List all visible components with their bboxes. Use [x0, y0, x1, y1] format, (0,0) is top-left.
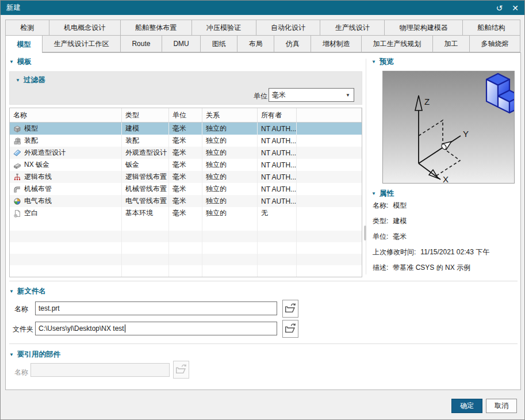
model-icon [13, 125, 21, 133]
tab-row1-4[interactable]: 自动化设计 [256, 20, 321, 36]
cell-units: 毫米 [169, 207, 202, 219]
property-row: 名称:模型 [373, 200, 516, 211]
cell-empty [122, 242, 169, 254]
cell-empty [258, 231, 297, 242]
table-row[interactable]: 模型建模毫米独立的NT AUTH... [10, 123, 362, 135]
tab-row2-0[interactable]: 模型 [5, 35, 43, 53]
cell-name: NX 钣金 [10, 159, 122, 171]
cell-spacer [297, 147, 362, 159]
table-empty-row [10, 231, 362, 242]
cell-relationship: 独立的 [202, 171, 258, 183]
template-name: 电气布线 [24, 196, 52, 206]
column-header-3[interactable]: 关系 [202, 108, 258, 122]
folder-label: 文件夹 [13, 324, 33, 334]
new-file-section-header[interactable]: ▼ 新文件名 [9, 287, 46, 296]
blank-icon [13, 209, 21, 217]
folder-input[interactable]: C:\Users\yl\Desktop\NX test [35, 322, 277, 335]
cell-type: 建模 [122, 123, 169, 135]
column-header-2[interactable]: 单位 [169, 108, 202, 122]
tab-row2-6[interactable]: 仿真 [274, 35, 311, 52]
property-row: 类型:建模 [373, 216, 516, 227]
tab-row1-3[interactable]: 冲压模验证 [191, 20, 256, 36]
tab-row1-6[interactable]: 物理架构建模器 [384, 20, 463, 36]
cell-empty [202, 265, 258, 277]
cell-empty [10, 254, 122, 265]
browse-folder-button[interactable] [282, 320, 298, 338]
property-value: 模型 [393, 201, 407, 209]
templates-section-header[interactable]: ▼ 模板 [9, 57, 32, 67]
table-row[interactable]: NX 钣金钣金毫米独立的NT AUTH... [10, 159, 362, 171]
tab-row-1: 检测机电概念设计船舶整体布置冲压模验证自动化设计生产线设计物理架构建模器船舶结构 [5, 20, 520, 36]
cell-owner: NT AUTH... [258, 171, 297, 183]
template-name: 逻辑布线 [24, 172, 52, 182]
template-name: NX 钣金 [24, 160, 49, 170]
cell-empty [10, 231, 122, 242]
file-name-input[interactable]: test.prt [35, 301, 277, 315]
column-header-1[interactable]: 类型 [122, 108, 169, 122]
open-folder-icon [174, 362, 188, 377]
cell-type: 钣金 [122, 159, 169, 171]
tab-row1-5[interactable]: 生产线设计 [320, 20, 385, 36]
collapse-triangle-icon: ▼ [9, 352, 14, 357]
open-folder-icon [283, 301, 297, 316]
table-row[interactable]: 电气布线电气管线布置毫米独立的NT AUTH... [10, 195, 362, 207]
tab-row1-1[interactable]: 机电概念设计 [49, 20, 121, 36]
reference-name-label: 名称 [14, 368, 28, 377]
properties-section-header[interactable]: ▼ 属性 [371, 189, 394, 198]
table-row[interactable]: 装配装配毫米独立的NT AUTH... [10, 135, 362, 147]
cell-units: 毫米 [169, 171, 202, 183]
browse-file-button[interactable] [282, 300, 298, 318]
filter-section-header[interactable]: ▼ 过滤器 [16, 75, 45, 85]
properties-list: 名称:模型类型:建模单位:毫米上次修改时间:11/15/2021 02:43 下… [373, 200, 516, 278]
tab-row2-4[interactable]: 图纸 [200, 35, 237, 52]
table-row[interactable]: 空白基本环境毫米独立的无 [10, 207, 362, 219]
cell-name: 外观造型设计 [10, 147, 122, 159]
preview-section-header[interactable]: ▼ 预览 [371, 57, 394, 67]
cell-owner: NT AUTH... [258, 147, 297, 159]
cell-empty [202, 254, 258, 265]
tab-row2-10[interactable]: 多轴烧熔 [469, 35, 520, 52]
table-empty-row [10, 219, 362, 231]
tab-row2-9[interactable]: 加工 [432, 35, 470, 52]
folder-value: C:\Users\yl\Desktop\NX test [39, 324, 124, 333]
cancel-button[interactable]: 取消 [486, 399, 517, 413]
tab-row2-5[interactable]: 布局 [237, 35, 274, 52]
sheet-metal-icon [13, 161, 21, 169]
pane-grip[interactable] [364, 226, 366, 240]
table-row[interactable]: 机械布管机械管线布置毫米独立的NT AUTH... [10, 183, 362, 195]
tab-row2-7[interactable]: 增材制造 [311, 35, 362, 52]
template-name: 装配 [24, 136, 38, 146]
property-label: 名称: [373, 201, 388, 209]
property-row: 上次修改时间:11/15/2021 02:43 下午 [373, 247, 516, 258]
property-value: 带基准 CSYS 的 NX 示例 [393, 264, 470, 272]
cell-name: 电气布线 [10, 195, 122, 207]
cell-relationship: 独立的 [202, 135, 258, 147]
reference-section-header[interactable]: ▼ 要引用的部件 [9, 350, 60, 360]
cell-spacer [297, 207, 362, 219]
table-empty-row [10, 254, 362, 265]
property-label: 类型: [373, 217, 388, 225]
property-value: 建模 [393, 217, 407, 225]
close-icon[interactable]: ✕ [512, 4, 519, 12]
tab-row1-2[interactable]: 船舶整体布置 [120, 20, 192, 36]
cell-empty [10, 265, 122, 277]
tab-row1-7[interactable]: 船舶结构 [462, 20, 520, 36]
tab-row1-0[interactable]: 检测 [5, 20, 49, 36]
tab-row2-3[interactable]: DMU [162, 35, 201, 52]
tab-row2-8[interactable]: 加工生产线规划 [361, 35, 433, 52]
electrical-routing-icon [13, 197, 21, 205]
property-label: 单位: [373, 232, 388, 240]
cell-empty [297, 231, 362, 242]
table-row[interactable]: 外观造型设计外观造型设计毫米独立的NT AUTH... [10, 147, 362, 159]
cell-owner: NT AUTH... [258, 195, 297, 207]
table-row[interactable]: 逻辑布线逻辑管线布置毫米独立的NT AUTH... [10, 171, 362, 183]
collapse-triangle-icon: ▼ [9, 289, 14, 294]
reset-icon[interactable]: ↺ [496, 4, 503, 12]
tab-row2-2[interactable]: Route [120, 35, 162, 52]
column-header-4[interactable]: 所有者 [258, 108, 297, 122]
column-header-0[interactable]: 名称 [10, 108, 122, 122]
ok-button[interactable]: 确定 [451, 399, 482, 413]
new-file-dialog: 新建 ↺ ✕ 检测机电概念设计船舶整体布置冲压模验证自动化设计生产线设计物理架构… [0, 0, 525, 420]
units-dropdown[interactable]: 毫米 ▼ [269, 88, 354, 102]
tab-row2-1[interactable]: 生产线设计工作区 [42, 35, 121, 52]
